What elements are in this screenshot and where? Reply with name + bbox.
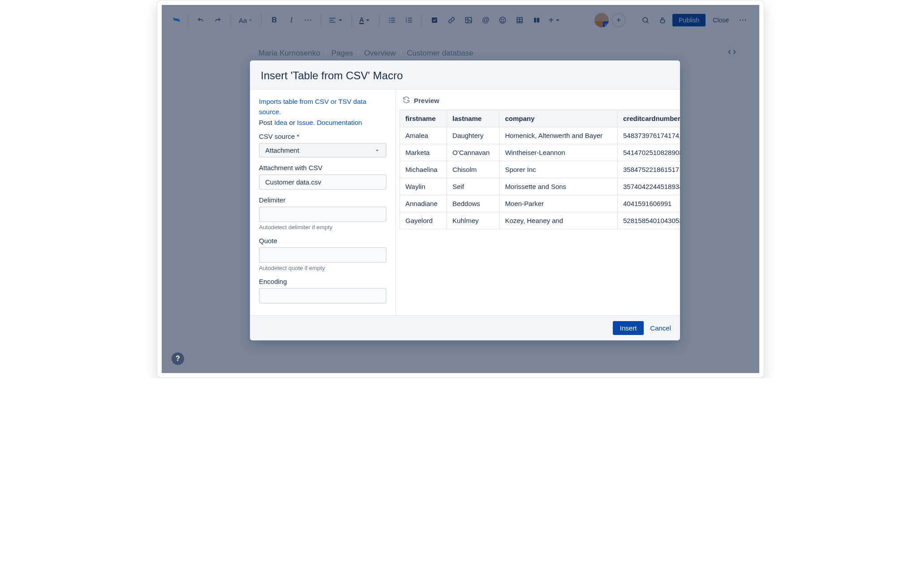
table-cell: Michaelina [400,161,447,178]
table-cell: 3584752218615171 [618,161,680,178]
macro-config-panel: Imports table from CSV or TSV data sourc… [250,90,396,315]
table-cell: Homenick, Altenwerth and Bayer [499,127,618,144]
breadcrumb-item[interactable]: Overview [364,49,396,58]
table-cell: O'Cannavan [447,144,499,161]
table-cell: Chisolm [447,161,499,178]
macro-links-line: Post Idea or Issue. Documentation [259,119,387,126]
delimiter-hint: Autodetect delimiter if empty [259,224,387,231]
table-cell: 3574042244518934 [618,178,680,195]
table-cell: Kuhlmey [447,212,499,229]
quote-input[interactable] [259,247,387,263]
table-cell: 5414702510828908 [618,144,680,161]
table-cell: Wintheiser-Leannon [499,144,618,161]
quote-hint: Autodetect quote if empty [259,265,387,271]
modal-header: Insert 'Table from CSV' Macro [250,60,680,90]
table-cell: Marketa [400,144,447,161]
table-cell: Waylin [400,178,447,195]
breadcrumb-separator: / [400,49,403,58]
table-cell: Morissette and Sons [499,178,618,195]
table-cell: Sporer Inc [499,161,618,178]
breadcrumb-separator: / [325,49,327,58]
preview-table: firstnamelastnamecompanycreditcardnumber… [400,110,680,229]
table-cell: Seif [447,178,499,195]
delimiter-input[interactable] [259,206,387,222]
table-header-row: firstnamelastnamecompanycreditcardnumber… [400,110,680,127]
csv-source-select[interactable]: Attachment [259,143,387,158]
breadcrumb-separator: / [357,49,360,58]
breadcrumb-item[interactable]: Maria Kurnosenko [258,49,320,58]
full-width-toggle-icon[interactable] [727,47,737,59]
quote-label: Quote [259,237,387,245]
table-row: MarketaO'CannavanWintheiser-Leannon54147… [400,144,680,161]
table-cell: Amalea [400,127,447,144]
attachment-input[interactable] [259,174,387,190]
idea-link[interactable]: Idea [274,119,287,126]
encoding-label: Encoding [259,278,387,285]
csv-source-label: CSV source * [259,133,387,140]
insert-button[interactable]: Insert [613,321,644,335]
encoding-input[interactable] [259,288,387,304]
help-button[interactable]: ? [172,352,184,365]
table-cell: Kozey, Heaney and [499,212,618,229]
or-label: or [289,119,295,126]
refresh-icon[interactable] [402,96,410,105]
table-cell: Annadiane [400,195,447,212]
chevron-down-icon [374,147,380,154]
table-column-header: firstname [400,110,447,127]
table-row: AmaleaDaughteryHomenick, Altenwerth and … [400,127,680,144]
table-row: WaylinSeifMorissette and Sons35740422445… [400,178,680,195]
modal-footer: Insert Cancel [250,315,680,340]
table-cell: 5483739761741741 [618,127,680,144]
table-cell: Daughtery [447,127,499,144]
table-row: GayelordKuhlmeyKozey, Heaney and52815854… [400,212,680,229]
modal-body: Imports table from CSV or TSV data sourc… [250,90,680,315]
post-label: Post [259,119,272,126]
table-column-header: creditcardnumber [618,110,680,127]
insert-macro-modal: Insert 'Table from CSV' Macro Imports ta… [250,60,680,340]
table-body: AmaleaDaughteryHomenick, Altenwerth and … [400,127,680,229]
table-column-header: lastname [447,110,499,127]
csv-source-value: Attachment [265,146,299,154]
breadcrumb-item[interactable]: Pages [331,49,353,58]
table-cell: 4041591606991 [618,195,680,212]
table-cell: Moen-Parker [499,195,618,212]
cancel-button[interactable]: Cancel [650,324,671,332]
issue-link[interactable]: Issue [297,119,313,126]
preview-table-wrap[interactable]: firstnamelastnamecompanycreditcardnumber… [396,110,680,233]
table-row: MichaelinaChisolmSporer Inc3584752218615… [400,161,680,178]
breadcrumb: Maria Kurnosenko / Pages / Overview / Cu… [258,47,737,59]
table-row: AnnadianeBeddowsMoen-Parker4041591606991… [400,195,680,212]
documentation-link[interactable]: Documentation [317,119,362,126]
macro-description: Imports table from CSV or TSV data sourc… [259,97,387,117]
breadcrumb-item[interactable]: Customer database [407,49,473,58]
table-cell: Beddows [447,195,499,212]
preview-panel: Preview firstnamelastnamecompanycreditca… [396,90,680,315]
table-cell: 5281585401043053 [618,212,680,229]
preview-header: Preview [396,90,680,110]
modal-title: Insert 'Table from CSV' Macro [261,69,669,82]
table-column-header: company [499,110,618,127]
table-cell: Gayelord [400,212,447,229]
delimiter-label: Delimiter [259,196,387,204]
preview-label: Preview [414,97,439,104]
app-window: Aa B I ··· A 123 @ + + [157,0,764,378]
attachment-label: Attachment with CSV [259,164,387,172]
